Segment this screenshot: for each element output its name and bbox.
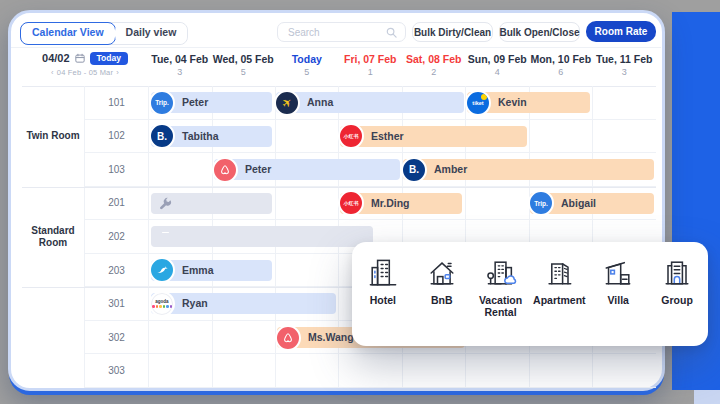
- prev-range-arrow[interactable]: ‹: [51, 68, 54, 77]
- next-range-arrow[interactable]: ›: [116, 68, 119, 77]
- property-type-apartment[interactable]: Apartment: [531, 255, 587, 306]
- maintenance-bar[interactable]: [151, 193, 272, 214]
- side-accent-strip: [694, 390, 720, 404]
- booking-bar[interactable]: 小红书 Esther: [340, 126, 527, 147]
- calendar-icon[interactable]: [75, 53, 85, 63]
- pms-calendar-screen: Calendar View Daily view Bulk Dirty/Clea…: [0, 0, 720, 404]
- booking-bar[interactable]: 小红书 Mr.Ding: [340, 193, 462, 214]
- booking-bar[interactable]: agoda Ryan: [151, 293, 336, 314]
- vacation-rental-icon: [483, 255, 519, 291]
- guest-name: Peter: [245, 159, 400, 180]
- airbnb-channel-avatar: [212, 157, 238, 183]
- property-type-villa[interactable]: Villa: [590, 255, 646, 306]
- date-header-cell: Tue, 04 Feb3: [148, 48, 212, 86]
- blocked-bar[interactable]: [151, 226, 373, 247]
- room-number: 301: [85, 287, 148, 321]
- room-group-label: [22, 287, 84, 388]
- xiaohongshu-channel-avatar: 小红书: [338, 190, 364, 216]
- airbnb-belo-icon: [280, 330, 296, 346]
- date-header-cell: Mon, 10 Feb6: [529, 48, 593, 86]
- current-date: 04/02: [42, 52, 70, 64]
- booking-bar[interactable]: Trip. Abigail: [530, 193, 654, 214]
- trip-channel-avatar: Trip.: [528, 190, 554, 216]
- room-number: 302: [85, 321, 148, 355]
- daily-view-button[interactable]: Daily view: [115, 23, 188, 44]
- search-box: [277, 22, 406, 42]
- booking-com-channel-avatar: B.: [149, 123, 175, 149]
- villa-icon: [600, 255, 636, 291]
- room-number: 202: [85, 220, 148, 254]
- booking-bar[interactable]: ✈ Anna: [276, 92, 464, 113]
- room-number-column: 101 102 103 201 202 203 301 302 303: [84, 86, 148, 388]
- booking-bar[interactable]: B. Amber: [403, 159, 654, 180]
- wrench-icon: [159, 197, 172, 210]
- agoda-dots-icon: [152, 305, 172, 308]
- room-rate-button[interactable]: Room Rate: [586, 21, 656, 42]
- guest-name: Tabitha: [182, 126, 272, 147]
- booking-bar[interactable]: tiket Kevin: [467, 92, 590, 113]
- date-range-label: 04 Feb - 05 Mar: [57, 68, 113, 77]
- date-header-cell: Sat, 08 Feb2: [402, 48, 466, 86]
- bulk-open-close-button[interactable]: Bulk Open/Close: [499, 22, 580, 42]
- room-number: 303: [85, 354, 148, 388]
- airbnb-channel-avatar: [275, 325, 301, 351]
- room-group-label: Standard Room: [22, 187, 84, 288]
- room-number: 101: [85, 86, 148, 120]
- bulk-dirty-clean-button[interactable]: Bulk Dirty/Clean: [412, 22, 493, 42]
- date-navigator: 04/02 Today ‹04 Feb - 05 Mar›: [22, 48, 148, 86]
- agoda-channel-avatar: agoda: [149, 291, 175, 317]
- group-divider: [22, 187, 656, 188]
- guest-name: Anna: [307, 92, 464, 113]
- bird-icon: [155, 263, 170, 278]
- guest-name: Abigail: [561, 193, 654, 214]
- date-header-cell: Tue, 11 Feb3: [593, 48, 657, 86]
- view-switcher: Calendar View Daily view: [20, 22, 188, 45]
- date-header-cell-today: Today5: [275, 48, 339, 86]
- search-input[interactable]: [286, 26, 386, 39]
- bnb-icon: [424, 255, 460, 291]
- hotel-icon: [365, 255, 401, 291]
- booking-com-channel-avatar: B.: [401, 157, 427, 183]
- room-number: 102: [85, 120, 148, 154]
- xiaohongshu-channel-avatar: 小红书: [338, 123, 364, 149]
- airbnb-belo-icon: [217, 162, 233, 178]
- property-type-vacation-rental[interactable]: Vacation Rental: [473, 255, 529, 318]
- search-icon: [386, 27, 397, 38]
- calendar-view-button[interactable]: Calendar View: [20, 22, 116, 45]
- guest-name: Mr.Ding: [371, 193, 462, 214]
- date-header-cell: Fri, 07 Feb1: [339, 48, 403, 86]
- expedia-channel-avatar: ✈: [274, 90, 300, 116]
- plane-icon: ✈: [279, 95, 294, 111]
- guest-name: Ryan: [182, 293, 336, 314]
- property-type-bnb[interactable]: BnB: [414, 255, 470, 306]
- room-number: 103: [85, 153, 148, 187]
- date-header-cell: Sun, 09 Feb4: [466, 48, 530, 86]
- guest-name: Esther: [371, 126, 527, 147]
- group-icon: [659, 255, 695, 291]
- room-group-label: Twin Room: [22, 86, 84, 187]
- trip-channel-avatar: Trip.: [149, 90, 175, 116]
- guest-name: Kevin: [498, 92, 590, 113]
- bird-channel-avatar: [149, 257, 175, 283]
- tiket-channel-avatar: tiket: [465, 90, 491, 116]
- date-header-cell: Wed, 05 Feb5: [212, 48, 276, 86]
- apartment-icon: [541, 255, 577, 291]
- guest-name: Emma: [182, 260, 272, 281]
- property-type-hotel[interactable]: Hotel: [355, 255, 411, 306]
- guest-name: Peter: [182, 92, 272, 113]
- room-number: 203: [85, 254, 148, 288]
- booking-bar[interactable]: Trip. Peter: [151, 92, 272, 113]
- booking-bar[interactable]: B. Tabitha: [151, 126, 272, 147]
- booking-bar[interactable]: Emma: [151, 260, 272, 281]
- guest-name: Amber: [434, 159, 654, 180]
- room-number: 201: [85, 187, 148, 221]
- property-type-popup: Hotel BnB Vacation Rent: [352, 242, 708, 346]
- today-badge[interactable]: Today: [90, 52, 128, 65]
- property-type-group[interactable]: Group: [649, 255, 705, 306]
- booking-bar[interactable]: Peter: [214, 159, 400, 180]
